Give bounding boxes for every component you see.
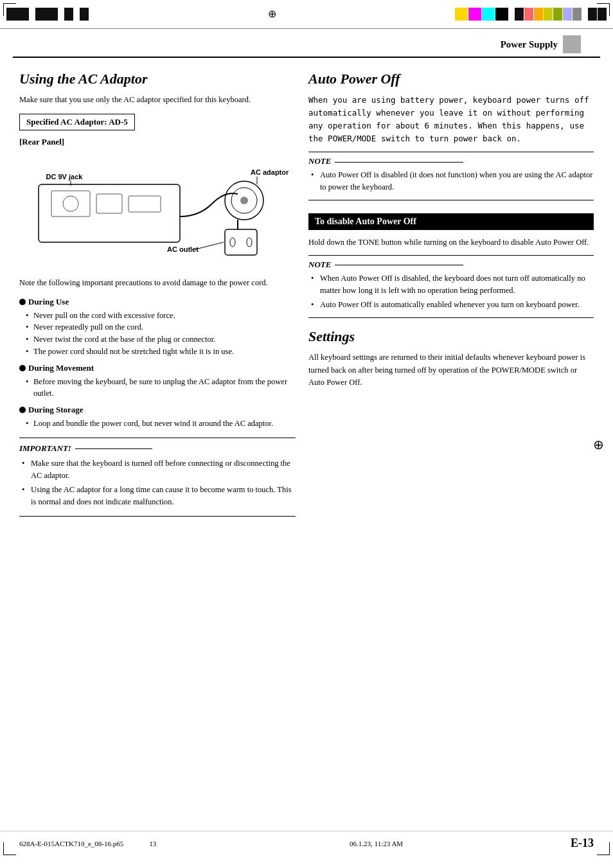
svg-rect-1 (51, 191, 90, 217)
auto-power-section: Auto Power Off When you are using batter… (308, 71, 594, 200)
swatch-r7 (573, 8, 582, 21)
svg-rect-4 (129, 196, 161, 212)
during-use-list: Never pull on the cord with excessive fo… (26, 310, 296, 358)
during-storage-list: Loop and bundle the power cord, but neve… (26, 418, 296, 430)
list-item: Auto Power Off is automatically enabled … (311, 299, 594, 311)
ac-adaptor-intro: Make sure that you use only the AC adapt… (19, 94, 296, 106)
adaptor-spec-box: Specified AC Adaptor: AD-5 (19, 114, 135, 130)
reg-block-4 (80, 8, 89, 21)
svg-point-2 (63, 196, 78, 211)
reg-marks-right (455, 8, 607, 21)
right-column: Auto Power Off When you are using batter… (308, 71, 594, 517)
right-crosshair: ⊕ (593, 437, 604, 452)
svg-rect-3 (96, 194, 122, 213)
precautions-intro: Note the following important precautions… (19, 277, 296, 289)
diagram-area: DC 9V jack AC adaptor AD-5 AC outlet (19, 152, 296, 268)
corner-mark-tr (597, 3, 610, 16)
swatch-magenta (468, 8, 481, 21)
disable-auto-power-header: To disable Auto Power Off (308, 213, 594, 230)
page-wrapper: ⊕ Power Supply Using the (0, 0, 613, 868)
list-item: The power cord should not be stretched t… (26, 346, 296, 358)
corner-mark-tl (3, 3, 16, 16)
ac-adaptor-title: Using the AC Adaptor (19, 71, 296, 87)
swatch-cyan (482, 8, 495, 21)
page-header: Power Supply (13, 29, 600, 58)
swatch-r3 (534, 8, 543, 21)
rear-panel-label: [Rear Panel] (19, 137, 296, 147)
list-item: When Auto Power Off is disabled, the key… (311, 272, 594, 297)
svg-text:DC 9V jack: DC 9V jack (46, 173, 84, 181)
settings-body: All keyboard settings are returned to th… (308, 351, 594, 389)
during-storage-label: During Storage (28, 405, 84, 415)
note-title-1: NOTE (308, 156, 594, 166)
during-movement-subhead: During Movement (19, 363, 296, 373)
note-list-2: When Auto Power Off is disabled, the key… (311, 272, 594, 311)
reg-block-r1 (515, 8, 524, 21)
footer-date: 06.1.23, 11:23 AM (182, 840, 571, 847)
list-item: Loop and bundle the power cord, but neve… (26, 418, 296, 430)
top-registration-bar: ⊕ (0, 0, 613, 29)
svg-point-14 (230, 238, 235, 247)
settings-title: Settings (308, 328, 594, 345)
list-item: Never pull on the cord with excessive fo… (26, 310, 296, 322)
reg-block-3 (64, 8, 73, 21)
note-box-2: NOTE When Auto Power Off is disabled, th… (308, 255, 594, 318)
main-content: Using the AC Adaptor Make sure that you … (0, 58, 613, 529)
auto-power-title: Auto Power Off (308, 71, 594, 87)
list-item: Auto Power Off is disabled (it does not … (311, 169, 594, 193)
svg-text:AC adaptor AD-5: AC adaptor AD-5 (251, 168, 289, 176)
list-item: Never repeatedly pull on the cord. (26, 321, 296, 333)
left-column: Using the AC Adaptor Make sure that you … (19, 71, 296, 517)
swatch-black (495, 8, 508, 21)
list-item: Using the AC adaptor for a long time can… (22, 484, 296, 508)
footer-doc-id: 628A-E-015A (19, 840, 60, 847)
header-gray-accent (563, 35, 581, 53)
note-list-1: Auto Power Off is disabled (it does not … (311, 169, 594, 193)
reg-block-2 (35, 8, 58, 21)
page-section-title: Power Supply (501, 39, 558, 50)
list-item: Never twist the cord at the base of the … (26, 333, 296, 346)
reg-marks-left (6, 8, 89, 21)
footer-filename: CTK710_e_08-16.p65 (60, 840, 123, 847)
reg-block-r8 (588, 8, 597, 21)
important-title: IMPORTANT! (19, 443, 296, 454)
swatch-r2 (524, 8, 533, 21)
list-item: Make sure that the keyboard is turned of… (22, 457, 296, 482)
during-movement-list: Before moving the keyboard, be sure to u… (26, 376, 296, 400)
during-use-label: During Use (28, 297, 69, 307)
settings-section: Settings All keyboard settings are retur… (308, 328, 594, 389)
disable-auto-power-body: Hold down the TONE button while turning … (308, 236, 594, 249)
swatch-yellow (455, 8, 468, 21)
bullet-circle-storage (19, 407, 26, 413)
page-number: E-13 (571, 837, 594, 850)
during-use-subhead: During Use (19, 297, 296, 307)
footer-page-num-center: 13 (149, 840, 156, 847)
bullet-circle-movement (19, 365, 26, 371)
header-title-box: Power Supply (501, 35, 581, 53)
keyboard-diagram-svg: DC 9V jack AC adaptor AD-5 AC outlet (19, 152, 289, 268)
svg-text:AC outlet: AC outlet (167, 245, 199, 253)
during-movement-label: During Movement (28, 363, 94, 373)
note-title-2: NOTE (308, 260, 594, 270)
important-box: IMPORTANT! Make sure that the keyboard i… (19, 438, 296, 517)
important-list: Make sure that the keyboard is turned of… (22, 457, 296, 508)
page-footer: 628A-E-015A CTK710_e_08-16.p65 13 06.1.2… (0, 831, 613, 855)
note-box-1: NOTE Auto Power Off is disabled (it does… (308, 152, 594, 200)
during-storage-subhead: During Storage (19, 405, 296, 415)
swatch-r4 (544, 8, 553, 21)
swatch-r6 (563, 8, 572, 21)
list-item: Before moving the keyboard, be sure to u… (26, 376, 296, 400)
swatch-r5 (553, 8, 562, 21)
svg-point-15 (247, 238, 252, 247)
center-crosshair: ⊕ (268, 9, 276, 19)
auto-power-body: When you are using battery power, keyboa… (308, 94, 594, 145)
adaptor-spec-label: Specified AC Adaptor: AD-5 (26, 117, 128, 127)
svg-point-9 (240, 197, 248, 204)
bullet-circle-use (19, 299, 26, 305)
